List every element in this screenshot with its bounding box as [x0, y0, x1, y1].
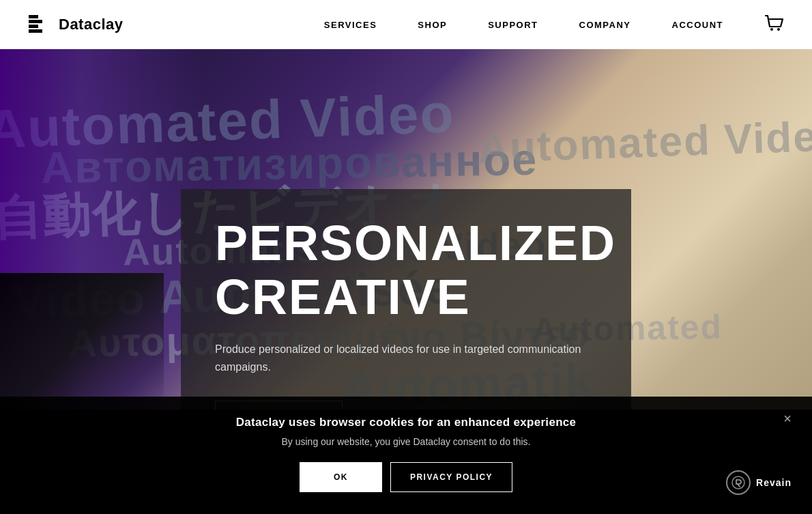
cookie-privacy-button[interactable]: PRIVACY POLICY — [390, 462, 512, 492]
nav-support[interactable]: SUPPORT — [488, 20, 538, 30]
revain-widget[interactable]: Revain — [719, 466, 798, 499]
svg-point-6 — [732, 476, 744, 489]
bg-text-8: Automated Video — [477, 111, 812, 173]
dark-element — [0, 273, 164, 410]
logo-icon — [27, 12, 52, 37]
svg-rect-3 — [29, 29, 42, 33]
hero-description: Produce personalized or localized videos… — [215, 341, 597, 375]
hero-card: PERSONALIZED CREATIVE Produce personaliz… — [181, 189, 631, 410]
nav-company[interactable]: COMPANY — [579, 20, 631, 30]
hero-title: PERSONALIZED CREATIVE — [215, 216, 597, 324]
cookie-buttons: OK PRIVACY POLICY — [55, 462, 757, 492]
navbar: Dataclay SERVICES SHOP SUPPORT COMPANY A… — [0, 0, 812, 49]
cookie-description: By using our website, you give Dataclay … — [55, 436, 757, 447]
nav-shop[interactable]: SHOP — [418, 20, 447, 30]
logo-text: Dataclay — [59, 16, 124, 33]
hero-title-line2: CREATIVE — [215, 270, 471, 324]
svg-point-5 — [777, 28, 780, 31]
svg-rect-1 — [29, 20, 42, 23]
nav-services[interactable]: SERVICES — [324, 20, 377, 30]
revain-label: Revain — [756, 477, 792, 488]
cookie-close-button[interactable]: × — [783, 412, 792, 425]
logo[interactable]: Dataclay — [27, 12, 124, 37]
nav-account[interactable]: ACCOUNT — [672, 20, 724, 30]
hero-title-line1: PERSONALIZED — [215, 216, 616, 270]
cookie-title: Dataclay uses browser cookies for an enh… — [55, 416, 757, 429]
cookie-banner: × Dataclay uses browser cookies for an e… — [0, 397, 812, 514]
nav-links: SERVICES SHOP SUPPORT COMPANY ACCOUNT — [324, 14, 785, 35]
cart-icon[interactable] — [764, 14, 785, 35]
hero-section: Automated Video Автоматизированное 自動化した… — [0, 49, 812, 410]
svg-rect-0 — [29, 15, 38, 18]
cookie-ok-button[interactable]: OK — [300, 462, 382, 492]
revain-icon — [726, 470, 751, 495]
svg-rect-2 — [29, 25, 38, 28]
svg-point-4 — [770, 28, 773, 31]
